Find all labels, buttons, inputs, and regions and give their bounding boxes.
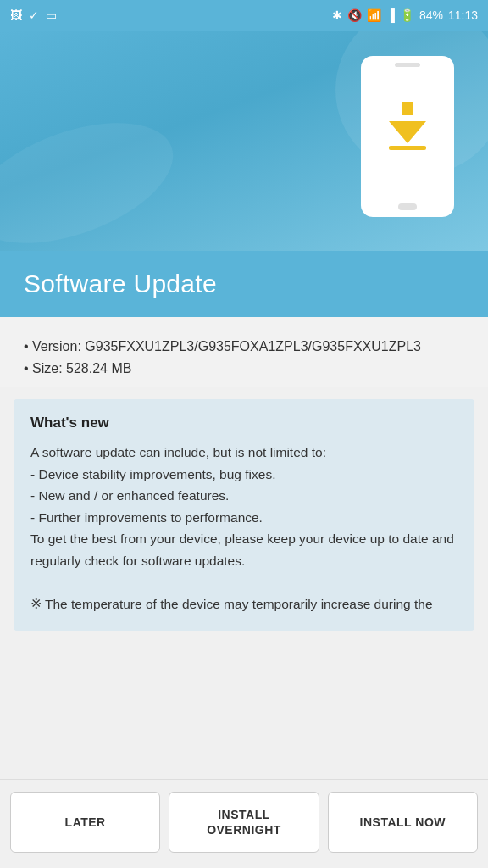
phone-home-button <box>398 203 417 210</box>
time-display: 11:13 <box>448 8 478 22</box>
arrow-head <box>389 121 426 143</box>
wifi-icon: 📶 <box>367 8 381 22</box>
buttons-area: LATER INSTALL OVERNIGHT INSTALL NOW <box>0 779 488 868</box>
hero-section <box>0 31 488 251</box>
size-info: • Size: 528.24 MB <box>24 358 464 380</box>
download-icon <box>389 124 426 150</box>
signal-icon: ▐ <box>386 8 395 22</box>
status-bar: 🖼 ✓ ▭ ✱ 🔇 📶 ▐ 🔋 84% 11:13 <box>0 0 488 31</box>
info-section: • Version: G935FXXU1ZPL3/G935FOXA1ZPL3/G… <box>0 317 488 387</box>
install-overnight-button[interactable]: INSTALL OVERNIGHT <box>169 792 319 853</box>
main-content: Software Update • Version: G935FXXU1ZPL3… <box>0 31 488 732</box>
battery-percent: 84% <box>419 8 443 22</box>
version-info: • Version: G935FXXU1ZPL3/G935FOXA1ZPL3/G… <box>24 336 464 358</box>
check-icon: ✓ <box>29 8 39 22</box>
section-title-bar: Software Update <box>0 251 488 317</box>
bluetooth-icon: ✱ <box>332 8 342 22</box>
download-bar <box>389 146 426 150</box>
arrow-stem <box>402 102 413 115</box>
mute-icon: 🔇 <box>347 8 362 22</box>
whats-new-title: What's new <box>30 415 458 431</box>
phone-illustration <box>361 56 454 217</box>
later-button[interactable]: LATER <box>10 792 160 853</box>
whats-new-body: A software update can include, but is no… <box>30 442 458 615</box>
install-now-button[interactable]: INSTALL NOW <box>328 792 478 853</box>
status-bar-left-icons: 🖼 ✓ ▭ <box>10 8 57 22</box>
screen-icon: ▭ <box>46 8 57 22</box>
image-icon: 🖼 <box>10 8 22 22</box>
whats-new-box: What's new A software update can include… <box>14 399 474 631</box>
phone-body <box>361 56 454 217</box>
page-title: Software Update <box>24 270 464 298</box>
status-bar-right-icons: ✱ 🔇 📶 ▐ 🔋 84% 11:13 <box>332 8 478 22</box>
battery-icon: 🔋 <box>400 8 414 22</box>
phone-camera <box>395 63 420 67</box>
